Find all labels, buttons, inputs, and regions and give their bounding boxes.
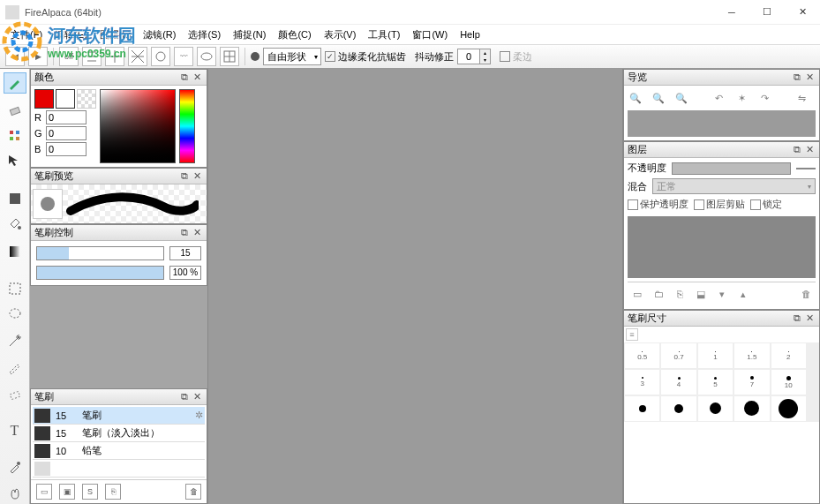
select-pen-tool-icon[interactable] [4,357,26,378]
select-eraser-tool-icon[interactable] [4,383,26,404]
zoom-in-icon[interactable]: 🔍 [628,90,643,106]
protect-alpha-checkbox[interactable]: 保护透明度 [628,198,688,211]
panel-undock-icon[interactable]: ⧉ [791,71,803,83]
layer-opacity-slider[interactable] [672,162,791,175]
snap-parallel-icon[interactable] [82,47,102,66]
menu-layer[interactable]: 图层(L) [94,26,136,43]
brush-size-cell[interactable]: 3 [624,369,660,395]
antialias-checkbox[interactable]: ✓ 边缘柔化抗锯齿 [325,50,406,64]
brush-size-cell[interactable] [771,395,807,422]
brush-size-cell[interactable]: 0.7 [660,342,696,369]
duplicate-layer-icon[interactable]: ⎘ [672,286,688,302]
brush-size-value[interactable]: 15 [169,246,201,260]
menu-tool[interactable]: 工具(T) [363,26,405,43]
brush-list-item[interactable] [33,460,205,478]
menu-view[interactable]: 表示(V) [319,26,362,43]
snap-off-button[interactable]: off [59,47,79,66]
gear-icon[interactable]: ✲ [195,410,203,421]
zoom-out-icon[interactable]: 🔍 [651,90,666,106]
panel-close-icon[interactable]: ✕ [191,391,203,402]
brush-size-cell[interactable]: 4 [660,369,696,395]
panel-close-icon[interactable]: ✕ [191,71,203,83]
panel-close-icon[interactable]: ✕ [191,170,203,182]
snap-radial-icon[interactable] [151,47,170,66]
color-b-input[interactable] [46,142,87,156]
menu-help[interactable]: Help [455,27,485,41]
brush-size-slider[interactable] [36,246,164,260]
brush-size-cell[interactable] [624,395,660,422]
text-tool-icon[interactable]: T [4,420,26,441]
brush-size-cell[interactable]: 5 [697,369,733,395]
menu-window[interactable]: 窗口(W) [407,26,453,43]
delete-brush-icon[interactable]: 🗑 [185,484,201,500]
rotate-reset-icon[interactable]: ✶ [733,90,749,106]
clipping-checkbox[interactable]: 图层剪贴 [694,198,745,211]
panel-close-icon[interactable]: ✕ [191,227,203,238]
brush-tool-icon[interactable] [4,72,26,94]
panel-undock-icon[interactable]: ⧉ [791,312,803,324]
panel-undock-icon[interactable]: ⧉ [178,391,191,402]
panel-undock-icon[interactable]: ⧉ [178,227,191,238]
brush-list-item[interactable]: 15 笔刷（淡入淡出） [33,425,205,442]
lasso-tool-icon[interactable] [4,304,26,325]
brush-size-menu-icon[interactable]: ≡ [626,328,638,341]
snap-prev-icon[interactable]: ◀ [5,47,25,66]
fill-tool-icon[interactable] [4,188,26,209]
panel-undock-icon[interactable]: ⧉ [178,71,191,83]
layer-list[interactable] [628,216,816,278]
soft-edge-checkbox[interactable]: 柔边 [500,50,532,64]
add-brush-folder-icon[interactable]: ▣ [59,484,75,500]
lock-checkbox[interactable]: 锁定 [750,198,782,211]
hue-slider[interactable] [179,89,195,163]
transparent-swatch[interactable] [77,89,96,109]
panel-close-icon[interactable]: ✕ [803,312,816,324]
snap-curve-icon[interactable]: 〰 [174,47,193,66]
eraser-tool-icon[interactable] [4,99,26,120]
layer-up-icon[interactable]: ▴ [735,286,751,302]
bucket-tool-icon[interactable] [4,214,26,236]
shape-select[interactable]: 自由形状 [263,48,321,65]
panel-close-icon[interactable]: ✕ [803,144,816,155]
new-folder-icon[interactable]: 🗀 [651,286,666,302]
close-button[interactable]: ✕ [785,0,820,25]
menu-file[interactable]: 文件(F) [5,26,48,43]
rotate-left-icon[interactable]: ↶ [711,90,726,106]
foreground-color-swatch[interactable] [34,89,54,109]
flip-icon[interactable]: ⇋ [794,90,809,106]
panel-undock-icon[interactable]: ⧉ [791,144,803,155]
brush-list-item[interactable]: 15 笔刷 ✲ [33,407,205,425]
snap-next-icon[interactable]: ▶ [28,47,48,66]
select-rect-tool-icon[interactable] [4,278,26,299]
menu-select[interactable]: 选择(S) [183,26,226,43]
new-layer-icon[interactable]: ▭ [629,286,645,302]
hand-tool-icon[interactable] [4,483,26,504]
brush-size-cell[interactable]: 7 [733,369,770,395]
maximize-button[interactable]: ☐ [749,0,785,25]
brush-size-cell[interactable]: 0.5 [624,342,660,369]
brush-size-cell[interactable]: 1 [697,342,733,369]
snap-vanish-icon[interactable] [128,47,147,66]
snap-grid-icon[interactable] [220,47,239,66]
dot-tool-icon[interactable] [4,125,26,147]
menu-edit[interactable]: 编辑(E) [49,26,93,43]
menu-color[interactable]: 颜色(C) [273,26,316,43]
menu-snap[interactable]: 捕捉(N) [228,26,271,43]
menu-filter[interactable]: 滤镜(R) [138,26,181,43]
stabilizer-spinner[interactable]: ▴▾ [457,49,491,64]
brush-list-item[interactable]: 10 铅笔 [33,442,205,460]
background-color-swatch[interactable] [56,89,75,109]
brush-size-cell[interactable] [660,395,696,422]
zoom-fit-icon[interactable]: 🔍 [673,90,689,106]
brush-opacity-value[interactable]: 100 % [169,266,201,280]
color-field[interactable] [100,89,176,163]
layer-down-icon[interactable]: ▾ [714,286,730,302]
brush-size-cell[interactable] [733,395,770,422]
minimize-button[interactable]: ─ [714,0,749,25]
brush-size-cell[interactable]: 10 [771,369,807,395]
duplicate-brush-icon[interactable]: ⎘ [105,484,121,500]
panel-undock-icon[interactable]: ⧉ [178,170,191,182]
move-tool-icon[interactable] [4,151,26,172]
brush-size-cell[interactable]: 2 [771,342,807,369]
magic-wand-tool-icon[interactable] [4,330,26,351]
delete-layer-icon[interactable]: 🗑 [798,286,814,302]
